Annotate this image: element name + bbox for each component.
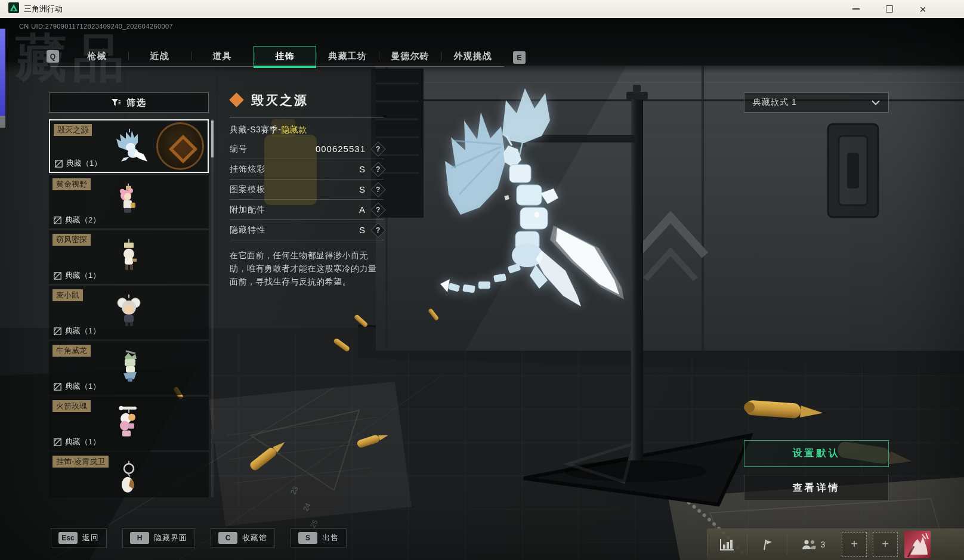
item-thumbnail (108, 127, 150, 164)
esc-keychip: Esc (58, 532, 78, 544)
style-dropdown[interactable]: 典藏款式 1 (744, 92, 889, 113)
next-tab-keychip[interactable]: E (513, 51, 526, 64)
hotkey-collection-hall[interactable]: C 收藏馆 (211, 528, 275, 547)
attribute-value: S (359, 164, 366, 174)
bar-chart-icon (719, 538, 735, 551)
hotkey-hide-ui[interactable]: H 隐藏界面 (122, 528, 195, 547)
help-icon[interactable]: ? (370, 141, 385, 156)
view-details-button[interactable]: 查看详情 (744, 475, 889, 501)
hotkey-sell[interactable]: S 出售 (291, 528, 347, 547)
collection-tag-icon (54, 438, 61, 446)
prev-tab-keychip[interactable]: Q (47, 50, 59, 63)
stats-button[interactable] (707, 538, 747, 551)
tab-appearance-challenge[interactable]: 外观挑战 (441, 46, 504, 66)
item-name-badge: 窃风密探 (52, 234, 91, 246)
close-button[interactable]: × (916, 2, 929, 16)
item-count-label: 典藏（1） (65, 381, 100, 392)
team-button[interactable]: 3 (787, 539, 839, 550)
app-window: 三角洲行动 × (0, 0, 964, 560)
tab-melee[interactable]: 近战 (128, 46, 191, 66)
hotkey-label: 返回 (82, 533, 99, 543)
item-count-label: 典藏（1） (65, 437, 100, 447)
charm-list: 毁灭之源 典藏（1） (49, 119, 209, 497)
list-item-wheat-mouse[interactable]: 麦小鼠 典藏（1） (49, 286, 209, 339)
item-name-badge: 毁灭之源 (54, 124, 92, 136)
empty-squad-slot[interactable]: + (842, 532, 867, 557)
item-thumbnail (108, 460, 150, 497)
item-thumbnail (108, 293, 150, 330)
tab-collection-workshop[interactable]: 典藏工坊 (316, 46, 379, 66)
attribute-label: 隐藏特性 (230, 225, 265, 236)
chevron-down-icon (872, 100, 880, 106)
marker-button[interactable] (747, 538, 787, 551)
attribute-label: 编号 (230, 144, 248, 154)
item-thumbnail (108, 182, 150, 219)
item-count-label: 典藏（1） (65, 270, 100, 281)
charm-detail-panel: 毁灭之源 典藏-S3赛季-隐藏款 编号 000625531 ? 挂饰炫彩 S ?… (230, 88, 384, 288)
series-label: 典藏-S3赛季-隐藏款 (230, 125, 384, 135)
view-details-label: 查看详情 (793, 482, 841, 494)
tab-guns[interactable]: 枪械 (66, 46, 128, 66)
help-icon[interactable]: ? (370, 162, 385, 177)
help-icon[interactable]: ? (370, 182, 385, 197)
hotkey-label: 隐藏界面 (154, 533, 187, 543)
list-item-destruction-source[interactable]: 毁灭之源 典藏（1） (49, 119, 209, 173)
collection-medallion (156, 122, 204, 170)
sidebar-scrollbar[interactable] (211, 119, 214, 497)
flag-icon (761, 538, 774, 551)
item-count-label: 典藏（2） (65, 215, 100, 225)
attribute-row-pattern-template: 图案模板 S ? (230, 180, 384, 200)
list-item-rocket-rose[interactable]: 火箭玫瑰 典藏（1） (49, 397, 209, 450)
mat-number: 24 (301, 502, 313, 512)
list-item-lingxiao-guard[interactable]: 挂饰-凌霄戍卫 (49, 452, 209, 497)
empty-squad-slot[interactable]: + (873, 532, 898, 557)
charm-title: 毁灭之源 (251, 92, 308, 109)
attribute-value: S (359, 225, 366, 235)
collection-tag-icon (54, 272, 61, 280)
attribute-row-accessory: 附加配件 A ? (230, 200, 384, 220)
filter-button[interactable]: 筛选 (49, 92, 209, 113)
attribute-value: A (359, 205, 366, 215)
attribute-label: 挂饰炫彩 (230, 164, 265, 175)
background-window-edge (0, 116, 5, 128)
item-name-badge: 麦小鼠 (52, 289, 83, 301)
collection-tag-icon (54, 383, 61, 391)
hotkey-label: 出售 (322, 533, 339, 543)
collection-tag-icon (54, 216, 61, 224)
list-item-horned-dragon[interactable]: 牛角威龙 典藏（1） (49, 341, 209, 395)
player-avatar[interactable] (904, 531, 931, 558)
filter-funnel-icon (111, 98, 121, 107)
c-keychip: C (218, 532, 237, 544)
series-text: 典藏-S3赛季- (230, 125, 281, 134)
help-icon[interactable]: ? (370, 222, 385, 237)
app-logo-icon (8, 2, 19, 16)
tab-mandel-brick[interactable]: 曼德尔砖 (379, 46, 441, 66)
hotkey-label: 收藏馆 (242, 533, 267, 543)
team-count: 3 (821, 540, 826, 549)
item-count-label: 典藏（1） (65, 326, 100, 336)
attribute-label: 图案模板 (230, 184, 265, 195)
help-icon[interactable]: ? (370, 202, 385, 217)
minimize-button[interactable] (849, 2, 863, 16)
item-thumbnail (108, 238, 150, 275)
style-dropdown-value: 典藏款式 1 (753, 97, 797, 108)
list-item-wind-spy[interactable]: 窃风密探 典藏（1） (49, 230, 209, 284)
maximize-button[interactable] (883, 2, 896, 16)
attribute-value: S (359, 184, 366, 194)
attribute-row-charm-color: 挂饰炫彩 S ? (230, 159, 384, 180)
list-item-golden-vision[interactable]: 黄金视野 典藏（2） (49, 175, 209, 228)
tab-items[interactable]: 道具 (191, 46, 254, 66)
collection-tag-icon (55, 160, 63, 168)
mat-number: 25 (308, 518, 320, 529)
hotkey-back[interactable]: Esc 返回 (51, 528, 107, 547)
attribute-value: 000625531 (316, 144, 366, 154)
set-default-label: 设置默认 (793, 447, 841, 460)
scrollbar-thumb[interactable] (211, 120, 214, 157)
item-thumbnail (108, 404, 150, 441)
attribute-row-hidden-trait: 隐藏特性 S ? (230, 220, 384, 240)
tab-charms[interactable]: 挂饰 (254, 46, 316, 66)
background-window-edge (0, 29, 5, 116)
set-default-button[interactable]: 设置默认 (744, 440, 889, 467)
divider (230, 117, 384, 117)
rarity-diamond-icon (230, 93, 244, 107)
